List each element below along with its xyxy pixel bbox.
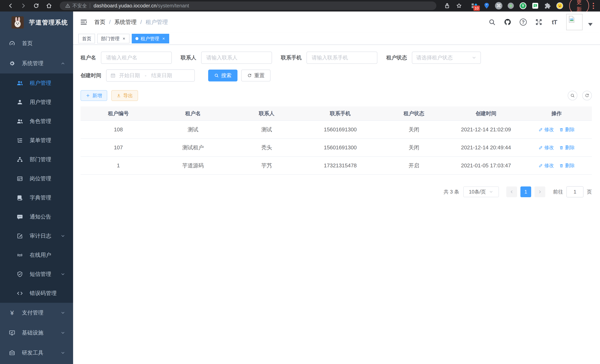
sidebar-item-label: 角色管理 [30,118,51,125]
url-path[interactable]: /system/tenant [156,3,189,9]
cell-status: 开启 [377,157,451,175]
mobile-input[interactable] [307,52,377,64]
dict-book-icon [16,194,23,201]
contact-input[interactable] [201,52,272,64]
page-content: 租户名 联系人 联系手机 租户状态 请选择租户状态 [73,45,600,364]
add-button[interactable]: 新增 [81,90,107,101]
sidebar-item-online-users[interactable]: 在线用户 [0,245,73,265]
avatar-caret-icon[interactable] [588,23,593,26]
extension-chat-icon[interactable] [531,2,539,10]
security-label[interactable]: 不安全 [72,3,87,9]
forward-icon[interactable] [19,1,28,10]
sidebar-item-tenant[interactable]: 租户管理 [0,74,73,93]
tab-home[interactable]: 首页 [78,34,95,43]
back-icon[interactable] [6,1,15,10]
gear-icon [9,60,16,67]
extension-balloon-icon[interactable] [483,2,490,10]
sidebar-item-infra[interactable]: 基础设施 [0,323,73,343]
sidebar-logo[interactable]: 芋道管理系统 [0,11,73,33]
share-icon[interactable] [442,1,452,10]
cell-contact: 芋艿 [230,157,303,175]
reset-button[interactable]: 重置 [241,70,271,82]
status-select[interactable]: 请选择租户状态 [412,52,481,64]
chevron-down-icon [60,272,65,277]
end-date-placeholder[interactable]: 结束日期 [151,72,172,79]
github-icon[interactable] [504,18,512,26]
sidebar-item-notice[interactable]: 通知公告 [0,207,73,226]
not-secure-icon [65,3,71,9]
status-label: 租户状态 [386,54,407,61]
sidebar-item-menu[interactable]: 菜单管理 [0,131,73,150]
extension-tabs-icon[interactable]: 10 [470,2,478,10]
goto-page-input[interactable] [566,186,583,197]
sidebar-item-payment[interactable]: ¥ 支付管理 [0,303,73,323]
tab-dept[interactable]: 部门管理 [97,34,130,43]
sidebar-item-sms[interactable]: 短信管理 [0,265,73,284]
page-size-select[interactable]: 10条/页 [463,187,499,197]
edit-link[interactable]: 修改 [538,162,554,169]
sidebar-item-role[interactable]: 角色管理 [0,112,73,131]
delete-link[interactable]: 删除 [559,144,575,151]
hamburger-icon[interactable] [80,18,88,26]
bookmark-star-icon[interactable] [454,1,464,10]
prev-page-button[interactable] [506,187,517,197]
start-date-placeholder[interactable]: 开始日期 [119,72,140,79]
col-tenant-name: 租户名 [156,106,230,121]
export-button[interactable]: 导出 [111,90,138,101]
extension-badge: 10 [473,6,480,11]
sidebar-item-error-code[interactable]: 错误码管理 [0,284,73,303]
profile-avatar-icon[interactable] [556,2,564,10]
cell-created: 2021-12-14 21:02:09 [451,121,521,139]
delete-link[interactable]: 删除 [559,162,575,169]
extension-dot-icon[interactable] [507,2,515,10]
reload-icon[interactable] [32,1,41,10]
refresh-button[interactable] [582,91,592,100]
date-range-picker[interactable]: 开始日期 - 结束日期 [106,69,195,82]
font-size-icon[interactable]: tT [550,18,558,26]
date-separator: - [145,73,146,78]
table-toolbar: 新增 导出 [81,90,592,101]
fullscreen-icon[interactable] [535,18,543,26]
tab-tenant[interactable]: 租户管理 [132,34,169,43]
close-icon[interactable] [122,37,126,40]
sidebar-item-dev-tools[interactable]: 研发工具 [0,343,73,363]
address-bar[interactable]: 不安全 dashboard.yudao.iocoder.cn/system/te… [60,1,436,10]
breadcrumb-current: 租户管理 [146,18,168,26]
tree-list-icon [16,137,23,144]
extension-cmd-icon[interactable]: ⌘ [495,2,502,9]
next-page-button[interactable] [534,187,545,197]
sidebar-item-system[interactable]: 系统管理 [0,53,73,74]
breadcrumb-system[interactable]: 系统管理 [114,18,137,26]
user-avatar[interactable] [566,14,582,30]
page-number-1[interactable]: 1 [520,187,531,197]
sidebar-item-dept[interactable]: 部门管理 [0,150,73,169]
tenant-name-input[interactable] [101,52,172,64]
browser-menu-icon[interactable] [593,3,594,9]
edit-link[interactable]: 修改 [538,144,554,151]
sidebar-item-dict[interactable]: 字典管理 [0,188,73,207]
close-icon[interactable] [162,37,166,40]
table-row: 108 测试 测试 15601691300 关闭 2021-12-14 21:0… [81,121,592,139]
search-button[interactable]: 搜索 [208,70,237,82]
col-actions: 操作 [521,106,592,121]
sidebar-item-user[interactable]: 用户管理 [0,93,73,112]
sidebar: 芋道管理系统 首页 系统管理 租户管理 用户管理 [0,11,73,364]
cell-contact: 测试 [230,121,303,139]
pagination: 共 3 条 10条/页 1 前往 页 [81,186,592,197]
sidebar-item-home[interactable]: 首页 [0,33,73,53]
sidebar-item-label: 系统管理 [22,60,43,67]
extension-y-icon[interactable]: Y [519,2,527,10]
extension-puzzle-icon[interactable] [544,2,551,10]
delete-link-label: 删除 [565,126,575,133]
help-icon[interactable]: ? [519,18,527,26]
calendar-icon [110,73,116,78]
sidebar-item-audit-log[interactable]: 审计日志 [0,226,73,245]
edit-link[interactable]: 修改 [538,126,554,133]
sidebar-item-post[interactable]: 岗位管理 [0,169,73,188]
home-icon[interactable] [44,1,53,10]
breadcrumb-home[interactable]: 首页 [94,18,105,26]
url-host[interactable]: dashboard.yudao.iocoder.cn [94,3,156,9]
delete-link[interactable]: 删除 [559,126,575,133]
search-icon[interactable] [488,18,496,26]
toggle-search-button[interactable] [568,91,577,100]
